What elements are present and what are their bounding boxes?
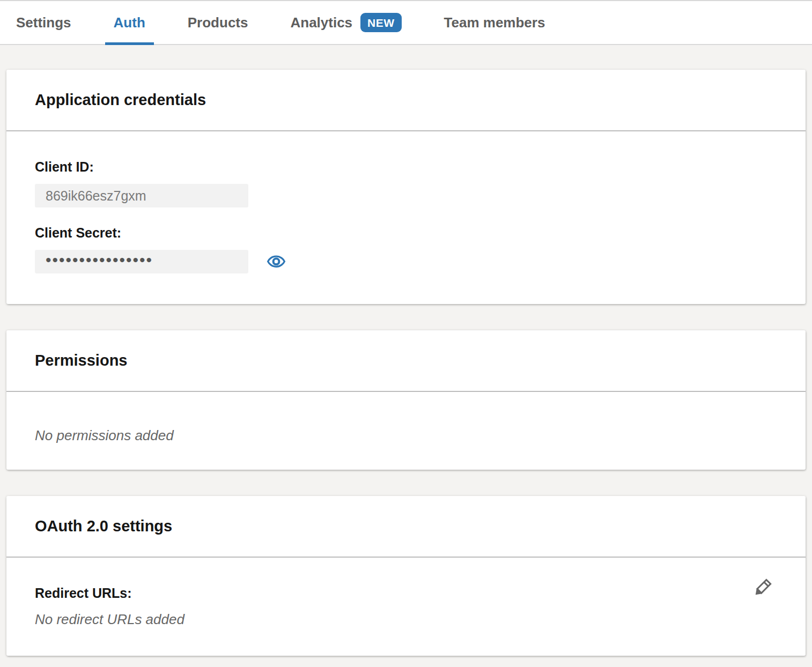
client-id-field[interactable]: 869ik66esz7gxm	[35, 184, 248, 207]
application-credentials-header: Application credentials	[6, 70, 806, 131]
client-secret-field[interactable]: ••••••••••••••••	[35, 250, 248, 273]
auth-tab-content: Application credentials Client ID: 869ik…	[0, 45, 812, 656]
tab-bar: Settings Auth Products Analytics NEW Tea…	[0, 0, 812, 45]
redirect-urls-empty-text: No redirect URLs added	[35, 611, 777, 628]
reveal-secret-button[interactable]	[267, 253, 286, 270]
tab-products-label: Products	[188, 14, 248, 31]
client-secret-row: ••••••••••••••••	[35, 250, 777, 273]
tab-settings-label: Settings	[16, 14, 71, 31]
tab-settings[interactable]: Settings	[16, 1, 71, 44]
new-badge: NEW	[360, 13, 402, 32]
permissions-header: Permissions	[6, 330, 806, 392]
permissions-card: Permissions No permissions added	[6, 330, 806, 470]
client-id-value: 869ik66esz7gxm	[46, 188, 146, 204]
oauth-settings-header: OAuth 2.0 settings	[6, 496, 806, 558]
application-credentials-title: Application credentials	[35, 91, 206, 109]
client-id-label: Client ID:	[35, 159, 777, 175]
tab-analytics-label: Analytics	[290, 14, 352, 31]
application-credentials-body: Client ID: 869ik66esz7gxm Client Secret:…	[6, 131, 806, 304]
tab-analytics[interactable]: Analytics NEW	[290, 1, 401, 44]
permissions-empty-text: No permissions added	[35, 427, 777, 444]
permissions-title: Permissions	[35, 352, 127, 369]
tab-auth[interactable]: Auth	[114, 1, 145, 44]
client-secret-label: Client Secret:	[35, 225, 777, 241]
oauth-settings-card: OAuth 2.0 settings Redirect URLs: No red…	[6, 496, 806, 656]
edit-redirect-urls-button[interactable]	[751, 574, 776, 599]
oauth-settings-body: Redirect URLs: No redirect URLs added	[6, 558, 806, 656]
tab-team-members-label: Team members	[444, 14, 545, 31]
pencil-icon	[751, 574, 776, 599]
tab-team-members[interactable]: Team members	[444, 1, 545, 44]
application-credentials-card: Application credentials Client ID: 869ik…	[6, 70, 806, 304]
tab-auth-label: Auth	[114, 14, 145, 31]
tab-products[interactable]: Products	[188, 1, 248, 44]
permissions-body: No permissions added	[6, 392, 806, 470]
redirect-urls-label: Redirect URLs:	[35, 586, 777, 601]
oauth-settings-title: OAuth 2.0 settings	[35, 517, 172, 535]
eye-icon	[267, 253, 286, 270]
